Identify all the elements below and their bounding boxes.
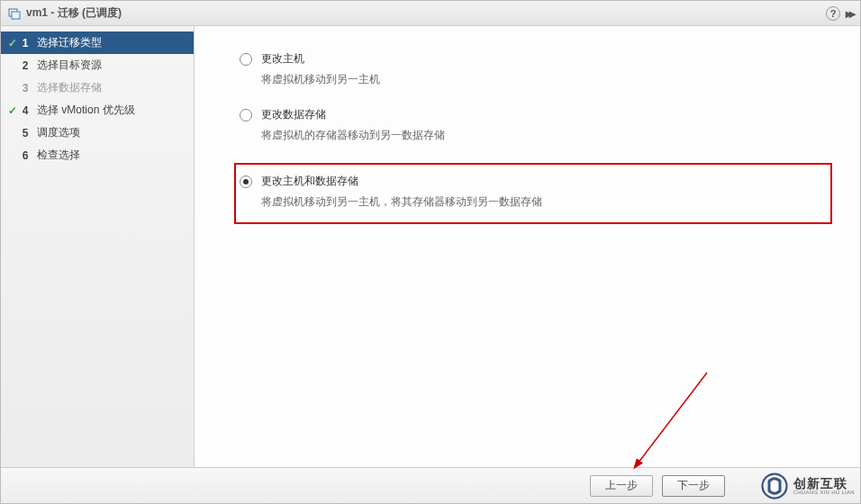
option-desc: 将虚拟机移动到另一主机 xyxy=(261,72,851,87)
window-title: vm1 - 迁移 (已调度) xyxy=(26,5,122,21)
titlebar: vm1 - 迁移 (已调度) ? ▸▸ xyxy=(1,1,860,26)
step-label: 调度选项 xyxy=(37,125,185,140)
step-label: 选择 vMotion 优先级 xyxy=(37,103,185,118)
option-title: 更改主机和数据存储 xyxy=(261,174,358,189)
radio-change-datastore[interactable] xyxy=(240,109,252,122)
migration-wizard-window: vm1 - 迁移 (已调度) ? ▸▸ ✓ 1 选择迁移类型 2 选择目标资源 … xyxy=(0,0,861,504)
wizard-body: ✓ 1 选择迁移类型 2 选择目标资源 3 选择数据存储 ✓ 4 选择 vMot… xyxy=(1,26,860,467)
step-review[interactable]: 6 检查选择 xyxy=(1,144,194,166)
step-schedule-options[interactable]: 5 调度选项 xyxy=(1,122,194,144)
step-label: 选择数据存储 xyxy=(37,80,185,95)
collapse-icon[interactable]: ▸▸ xyxy=(846,6,853,21)
step-number: 3 xyxy=(19,82,32,94)
watermark-text-cn: 创新互联 xyxy=(793,477,855,490)
step-label: 选择迁移类型 xyxy=(37,35,185,50)
watermark: 创新互联 CHUANG XIN HU LIAN xyxy=(761,472,855,500)
watermark-logo-icon xyxy=(761,472,788,500)
step-vmotion-priority[interactable]: ✓ 4 选择 vMotion 优先级 xyxy=(1,99,194,122)
svg-rect-1 xyxy=(12,12,20,19)
option-desc: 将虚拟机移动到另一主机，将其存储器移动到另一数据存储 xyxy=(261,194,542,210)
step-select-migration-type[interactable]: ✓ 1 选择迁移类型 xyxy=(1,32,194,54)
option-change-host: 更改主机 将虚拟机移动到另一主机 xyxy=(240,51,851,87)
watermark-text-en: CHUANG XIN HU LIAN xyxy=(793,490,855,495)
step-number: 2 xyxy=(19,59,32,72)
wizard-main-panel: 更改主机 将虚拟机移动到另一主机 更改数据存储 将虚拟机的存储器移动到另一数据存… xyxy=(195,26,860,467)
back-button[interactable]: 上一步 xyxy=(590,475,653,497)
check-icon: ✓ xyxy=(6,37,19,50)
highlight-box: 更改主机和数据存储 将虚拟机移动到另一主机，将其存储器移动到另一数据存储 xyxy=(234,163,832,224)
step-number: 1 xyxy=(19,37,32,50)
option-change-datastore: 更改数据存储 将虚拟机的存储器移动到另一数据存储 xyxy=(240,107,851,143)
radio-change-host[interactable] xyxy=(240,53,252,66)
window-icon xyxy=(8,7,21,20)
step-number: 6 xyxy=(19,149,32,162)
option-title: 更改数据存储 xyxy=(261,107,326,122)
step-label: 选择目标资源 xyxy=(37,58,185,73)
step-select-datastore: 3 选择数据存储 xyxy=(1,76,194,99)
check-icon: ✓ xyxy=(6,104,19,117)
step-select-target-resource[interactable]: 2 选择目标资源 xyxy=(1,54,194,76)
radio-change-host-and-datastore[interactable] xyxy=(240,176,252,188)
help-icon[interactable]: ? xyxy=(826,6,840,21)
wizard-footer: 上一步 下一步 xyxy=(1,467,860,503)
option-title: 更改主机 xyxy=(261,51,304,67)
next-button[interactable]: 下一步 xyxy=(662,475,725,497)
option-change-host-and-datastore: 更改主机和数据存储 将虚拟机移动到另一主机，将其存储器移动到另一数据存储 xyxy=(240,174,542,210)
step-number: 5 xyxy=(19,127,32,140)
wizard-steps-sidebar: ✓ 1 选择迁移类型 2 选择目标资源 3 选择数据存储 ✓ 4 选择 vMot… xyxy=(1,26,195,467)
option-desc: 将虚拟机的存储器移动到另一数据存储 xyxy=(261,128,851,143)
step-label: 检查选择 xyxy=(37,148,185,163)
step-number: 4 xyxy=(19,104,32,117)
